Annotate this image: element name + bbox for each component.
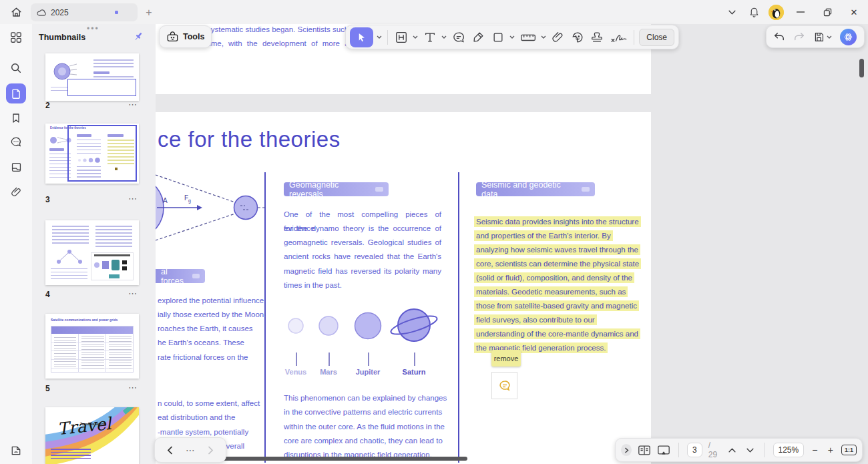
highlighted-line[interactable]: field surveys, also contribute to our xyxy=(474,313,597,327)
presentation-mode-icon[interactable] xyxy=(657,445,670,456)
notifications-bell-icon[interactable] xyxy=(746,6,762,18)
comment-annotation[interactable] xyxy=(491,372,517,399)
nav-more-button[interactable]: ⋯ xyxy=(186,445,195,455)
badge-label: Geomagnetic reversals xyxy=(289,180,371,199)
highlighted-line[interactable]: (solid or fluid), composition, and densi… xyxy=(474,271,634,285)
thumb4-text xyxy=(52,226,89,244)
document-tab[interactable]: 2025 xyxy=(31,3,138,21)
thumbnails-panel: ••• Thumbnails 2 ⋯ Evidence for the theo… xyxy=(32,24,156,464)
panel-menu-dots[interactable]: ••• xyxy=(87,24,99,33)
titlebar: 2025 + ✕ xyxy=(0,0,868,24)
zoom-out-button[interactable]: − xyxy=(810,445,819,455)
user-avatar[interactable] xyxy=(769,5,784,20)
thumbnail-menu-button[interactable]: ⋯ xyxy=(128,288,138,298)
comment-tool-button[interactable] xyxy=(450,29,467,46)
highlighted-line[interactable]: Seismic data provides insights into the … xyxy=(474,215,641,229)
text-line: for the dynamo theory is the occurrence … xyxy=(284,222,441,236)
column-divider xyxy=(458,172,459,463)
text-tool-button[interactable] xyxy=(421,29,438,46)
highlight-text: field surveys, also contribute to our xyxy=(474,314,597,325)
actual-size-button[interactable]: 1:1 xyxy=(841,445,857,455)
sticker-tool-button[interactable] xyxy=(569,29,586,46)
thumb4-network-diagram xyxy=(52,248,87,266)
thumbnail-page-5[interactable]: Satellite communications and power grids xyxy=(45,314,139,379)
text-tool-chevron-icon[interactable] xyxy=(441,29,447,46)
shapes-tool-chevron-icon[interactable] xyxy=(509,29,515,46)
highlighted-line[interactable]: and properties of the Earth's interior. … xyxy=(474,229,613,243)
thumbnail-page-6[interactable]: Trend Research Travel xyxy=(45,407,139,464)
save-icon[interactable] xyxy=(813,31,832,43)
thumbnails-panel-title: Thumbnails xyxy=(39,33,85,42)
thumbnail-page-4[interactable] xyxy=(45,220,139,285)
prev-page-icon[interactable] xyxy=(167,446,173,455)
collapse-statusbar-icon[interactable] xyxy=(621,444,632,456)
redo-icon[interactable] xyxy=(793,31,805,42)
heading-tool-chevron-icon[interactable] xyxy=(412,29,419,46)
stamp-tool-button[interactable] xyxy=(589,29,606,46)
undo-icon[interactable] xyxy=(773,31,785,42)
highlighter-tool-button[interactable] xyxy=(469,29,486,46)
sidebar-item-comments[interactable] xyxy=(6,132,26,152)
text-line: This phenomenon can be explained by chan… xyxy=(284,391,447,405)
sidebar-item-search[interactable] xyxy=(6,58,26,78)
highlighted-line[interactable]: those from satellite-based gravity and m… xyxy=(474,299,639,313)
thumb5-table-text xyxy=(109,336,132,371)
cloud-icon xyxy=(37,9,47,17)
text-line: explored the potential influence xyxy=(158,294,264,308)
titlebar-controls: ✕ xyxy=(724,0,864,24)
thumb2-text xyxy=(93,59,134,69)
next-page-icon[interactable] xyxy=(208,446,214,455)
pin-panel-icon[interactable] xyxy=(131,29,146,44)
attachment-tool-button[interactable] xyxy=(550,29,566,46)
page-layout-icon[interactable] xyxy=(638,445,651,456)
zoom-in-button[interactable]: + xyxy=(826,445,835,455)
view-status-bar: 3 / 29 125% − + 1:1 xyxy=(615,438,863,462)
sidebar-item-panels[interactable] xyxy=(6,27,26,47)
text-line: he Earth's oceans. These xyxy=(158,336,244,350)
chevron-down-icon[interactable] xyxy=(724,10,739,15)
thumbnail-menu-button[interactable]: ⋯ xyxy=(128,194,138,204)
signature-tool-button[interactable] xyxy=(608,29,629,46)
restore-button[interactable] xyxy=(817,3,837,21)
highlighted-line[interactable]: materials. Geodetic measurements, such a… xyxy=(474,285,628,299)
thumbnail-page-2[interactable] xyxy=(45,53,139,101)
zoom-level-input[interactable]: 125% xyxy=(773,443,805,457)
comment-note-icon xyxy=(497,379,512,393)
selection-rect[interactable] xyxy=(67,79,136,96)
highlighted-line[interactable]: analyzing how seismic waves travel throu… xyxy=(474,243,640,257)
diagram-label-fg: Fg xyxy=(184,194,191,203)
vertical-scrollbar[interactable] xyxy=(859,59,864,77)
shapes-tool-button[interactable] xyxy=(489,29,506,46)
previous-page-chevron-icon[interactable] xyxy=(726,448,738,453)
sidebar-item-pages[interactable] xyxy=(6,157,26,177)
heading-tool-button[interactable] xyxy=(393,29,409,46)
remove-highlight-button[interactable]: remove xyxy=(491,350,521,367)
home-button[interactable] xyxy=(7,3,25,21)
measure-tool-button[interactable] xyxy=(518,29,537,46)
select-tool-button[interactable] xyxy=(350,27,373,47)
page-number-input[interactable]: 3 xyxy=(687,443,702,457)
toolbar-divider xyxy=(387,30,388,45)
highlighted-line[interactable]: core, scientists can determine the physi… xyxy=(474,257,641,271)
thumbnail-menu-button[interactable]: ⋯ xyxy=(128,99,138,109)
sidebar-item-bookmarks[interactable] xyxy=(6,108,26,128)
thumbnail-menu-button[interactable]: ⋯ xyxy=(128,383,138,393)
ai-assistant-button[interactable] xyxy=(840,29,857,45)
read-mode-icon[interactable] xyxy=(6,441,26,461)
sidebar-item-attachments[interactable] xyxy=(6,182,26,202)
close-toolbar-button[interactable]: Close xyxy=(639,29,674,46)
highlighted-line[interactable]: understanding of the core-mantle dynamic… xyxy=(474,327,640,341)
new-tab-button[interactable]: + xyxy=(142,5,156,20)
planet-tick xyxy=(329,353,330,366)
minimize-button[interactable] xyxy=(791,3,811,21)
next-page-chevron-icon[interactable] xyxy=(744,448,756,453)
sidebar-item-thumbnails[interactable] xyxy=(6,83,26,103)
tools-button[interactable]: Tools xyxy=(159,25,212,48)
measure-tool-chevron-icon[interactable] xyxy=(540,29,547,46)
section-badge-geomagnetic: Geomagnetic reversals xyxy=(284,182,389,196)
close-window-button[interactable]: ✕ xyxy=(844,3,864,21)
text-line: eat distribution and the xyxy=(158,411,235,425)
thumbnail-page-3[interactable]: Evidence for the theories xyxy=(45,124,139,184)
select-tool-chevron-icon[interactable] xyxy=(376,29,383,46)
viewport-indicator[interactable] xyxy=(67,125,137,182)
